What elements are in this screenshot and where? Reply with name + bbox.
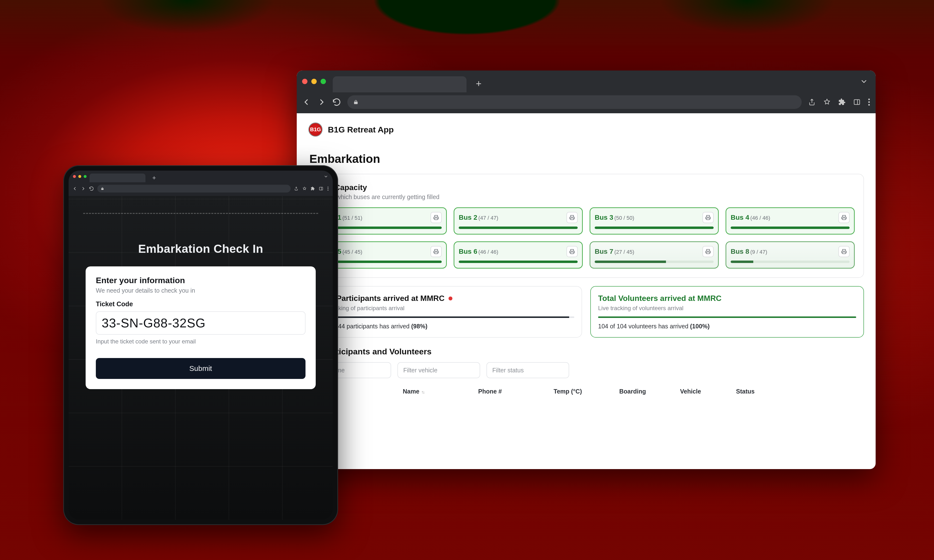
filter-vehicle-input[interactable]: Filter vehicle [398, 362, 480, 378]
all-list-title: All Participants and Volunteers [310, 347, 864, 356]
svg-point-15 [328, 190, 328, 191]
minimize-window-icon[interactable] [78, 175, 81, 178]
svg-point-2 [868, 102, 870, 103]
participants-text: 437 of 444 participants has arrived (98%… [316, 323, 574, 330]
submit-button[interactable]: Submit [96, 358, 305, 379]
bus-card: Bus 4 (46 / 46) [726, 207, 855, 235]
close-window-icon[interactable] [302, 79, 307, 84]
bus-capacity-subtitle: Watch which buses are currently getting … [317, 194, 855, 200]
bus-capacity: (27 / 45) [614, 249, 634, 255]
svg-point-1 [868, 99, 870, 100]
panel-icon[interactable] [319, 186, 323, 191]
reload-button[interactable] [89, 186, 94, 191]
checkin-page: Embarkation Check In Enter your informat… [69, 196, 333, 520]
page-title: Embarkation [310, 152, 864, 166]
bus-capacity: (51 / 51) [342, 215, 362, 221]
lock-icon [353, 99, 359, 105]
browser-tab[interactable] [333, 76, 467, 92]
participants-subtitle: Live tracking of participants arrival [316, 305, 574, 312]
volunteers-card: Total Volunteers arrived at MMRC Live tr… [590, 286, 864, 338]
bus-name: Bus 6 [459, 248, 477, 255]
back-button[interactable] [302, 98, 311, 106]
kebab-menu-icon[interactable] [327, 186, 329, 191]
table-header: Ticket Name ↑↓ Phone # Temp (°C) Boardin… [308, 385, 864, 398]
app-title: B1G Retreat App [328, 125, 394, 134]
print-button[interactable] [430, 212, 442, 223]
address-bar[interactable] [347, 95, 802, 109]
printer-icon [433, 249, 439, 254]
bus-capacity: (46 / 46) [751, 215, 770, 221]
svg-point-3 [868, 104, 870, 106]
print-button[interactable] [567, 212, 578, 223]
col-phone[interactable]: Phone # [478, 388, 551, 395]
svg-rect-5 [570, 218, 573, 220]
print-button[interactable] [838, 246, 849, 257]
chevron-down-icon[interactable] [860, 77, 868, 86]
ticket-code-input[interactable]: 33-SN-G88-32SG [96, 311, 305, 335]
col-temp[interactable]: Temp (°C) [553, 388, 617, 395]
minimize-window-icon[interactable] [311, 79, 317, 84]
svg-rect-9 [570, 252, 573, 254]
svg-rect-8 [435, 252, 438, 254]
kebab-menu-icon[interactable] [868, 98, 870, 106]
bus-capacity: (9 / 47) [751, 249, 768, 255]
address-bar[interactable] [97, 185, 291, 192]
maximize-window-icon[interactable] [321, 79, 326, 84]
filter-status-input[interactable]: Filter status [487, 362, 569, 378]
col-status[interactable]: Status [736, 388, 784, 395]
panel-icon[interactable] [853, 98, 860, 106]
bus-capacity: (47 / 47) [478, 215, 498, 221]
bus-name: Bus 3 [595, 214, 613, 221]
bookmark-star-icon[interactable] [302, 186, 307, 191]
bus-name: Bus 7 [595, 248, 613, 255]
chevron-down-icon[interactable] [324, 174, 328, 179]
browser-tab[interactable] [89, 174, 145, 182]
volunteers-title: Total Volunteers arrived at MMRC [598, 294, 856, 303]
close-window-icon[interactable] [73, 175, 76, 178]
share-icon[interactable] [808, 98, 816, 106]
print-button[interactable] [703, 246, 714, 257]
new-tab-button[interactable]: + [152, 174, 156, 182]
print-button[interactable] [567, 246, 578, 257]
col-vehicle[interactable]: Vehicle [680, 388, 734, 395]
bus-card: Bus 8 (9 / 47) [726, 242, 855, 269]
print-button[interactable] [703, 212, 714, 223]
svg-rect-10 [707, 252, 709, 254]
browser-chrome: + [297, 71, 875, 113]
svg-rect-12 [319, 187, 323, 190]
col-boarding[interactable]: Boarding [619, 388, 678, 395]
print-button[interactable] [838, 212, 849, 223]
col-name[interactable]: Name ↑↓ [403, 388, 476, 395]
bus-name: Bus 4 [731, 214, 749, 221]
bus-name: Bus 2 [459, 214, 477, 221]
back-button[interactable] [72, 186, 77, 191]
svg-rect-0 [854, 100, 860, 105]
forward-button[interactable] [81, 186, 86, 191]
bookmark-star-icon[interactable] [823, 98, 831, 106]
participants-card: Total Participants arrived at MMRC Live … [308, 286, 582, 338]
maximize-window-icon[interactable] [84, 175, 86, 178]
ticket-code-label: Ticket Code [96, 300, 305, 308]
volunteers-progress [598, 317, 856, 318]
svg-point-14 [328, 188, 328, 189]
desktop-browser-window: + B1G B1G Retreat App Emb [297, 71, 875, 469]
extensions-icon[interactable] [838, 98, 846, 106]
forward-button[interactable] [317, 98, 326, 106]
checkin-heading: Embarkation Check In [69, 242, 333, 255]
extensions-icon[interactable] [311, 186, 315, 191]
sort-icon[interactable]: ↑↓ [421, 389, 424, 394]
printer-icon [569, 215, 575, 220]
svg-rect-7 [843, 218, 845, 220]
bus-capacity: (46 / 46) [478, 249, 498, 255]
bus-card: Bus 7 (27 / 45) [590, 242, 719, 269]
window-controls[interactable] [73, 175, 86, 178]
printer-icon [705, 215, 711, 220]
bus-card: Bus 2 (47 / 47) [454, 207, 583, 235]
reload-button[interactable] [332, 98, 341, 106]
new-tab-button[interactable]: + [474, 78, 484, 89]
window-controls[interactable] [302, 79, 326, 84]
bus-card: Bus 6 (46 / 46) [454, 242, 583, 269]
print-button[interactable] [430, 246, 442, 257]
share-icon[interactable] [294, 186, 299, 191]
bus-progress [731, 226, 849, 229]
